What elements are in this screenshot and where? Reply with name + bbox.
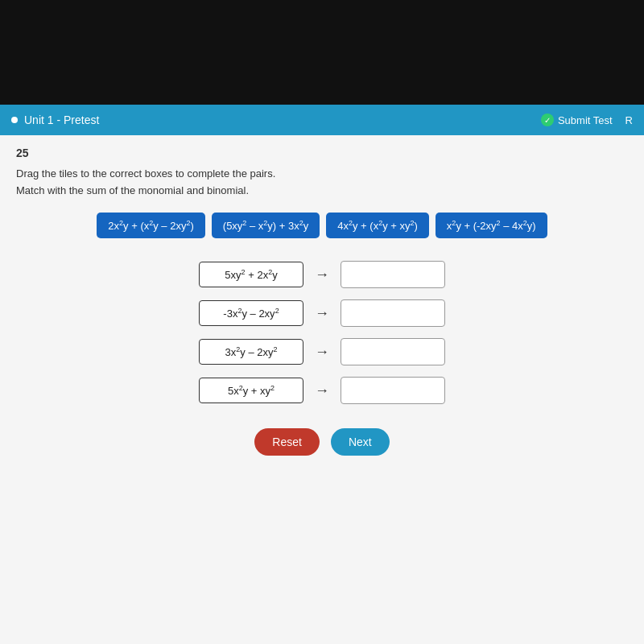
arrow-4: → [315,382,329,399]
header-bar: Unit 1 - Pretest ✓ Submit Test R [0,105,644,135]
match-target-3[interactable] [341,338,445,365]
r-label: R [625,114,633,126]
match-row-3: 3x2y – 2xy2 → [199,338,445,365]
top-black-bar [0,0,644,105]
match-source-4: 5x2y + xy2 [199,378,303,403]
tile-4[interactable]: x2y + (-2xy2 – 4x2y) [436,213,547,238]
instruction-line1: Drag the tiles to the correct boxes to c… [16,167,628,180]
tile-3[interactable]: 4x2y + (x2y + xy2) [326,213,429,238]
arrow-3: → [315,344,329,361]
tile-2[interactable]: (5xy2 – x2y) + 3x2y [212,213,320,238]
header-left: Unit 1 - Pretest [11,114,99,126]
match-source-1: 5xy2 + 2x2y [199,262,303,287]
arrow-1: → [315,266,329,283]
match-source-2: -3x2y – 2xy2 [199,300,303,326]
match-target-1[interactable] [341,261,445,288]
next-button[interactable]: Next [331,428,390,456]
match-row-4: 5x2y + xy2 → [199,377,445,404]
match-source-3: 3x2y – 2xy2 [199,339,303,365]
submit-test-label: Submit Test [558,114,613,126]
match-row-2: -3x2y – 2xy2 → [199,299,445,327]
match-row-1: 5xy2 + 2x2y → [199,261,445,288]
header-dot [11,117,18,123]
instruction-line2: Match with the sum of the monomial and b… [16,184,628,196]
tiles-row: 2x2y + (x2y – 2xy2) (5xy2 – x2y) + 3x2y … [16,213,628,238]
buttons-row: Reset Next [16,428,628,456]
reset-button[interactable]: Reset [254,428,320,456]
question-number: 25 [16,147,628,159]
arrow-2: → [315,305,329,322]
header-title: Unit 1 - Pretest [24,114,99,126]
tile-1[interactable]: 2x2y + (x2y – 2xy2) [97,213,204,238]
submit-test-button[interactable]: ✓ Submit Test [541,114,613,126]
header-right: ✓ Submit Test R [541,114,633,126]
match-target-4[interactable] [341,377,445,404]
main-content: 25 Drag the tiles to the correct boxes t… [0,135,644,644]
match-target-2[interactable] [341,299,445,327]
matching-area: 5xy2 + 2x2y → -3x2y – 2xy2 → 3x2y – 2xy2… [16,261,628,404]
check-icon: ✓ [541,114,554,126]
